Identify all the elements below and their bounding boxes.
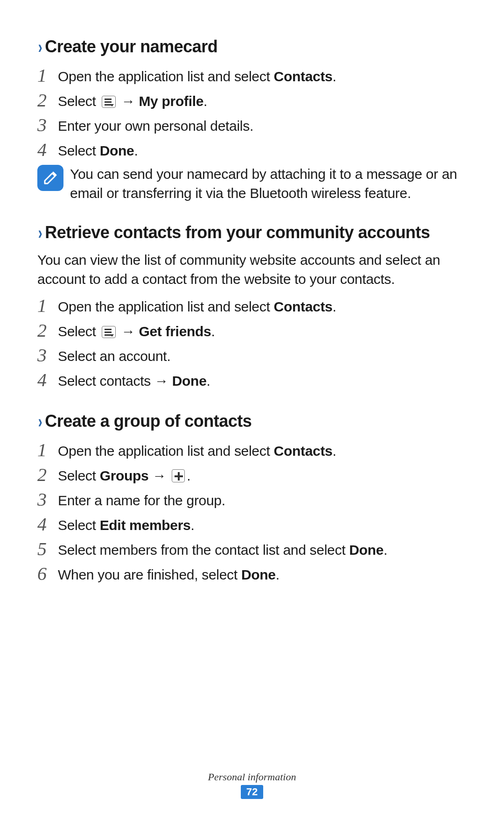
step-text: → bbox=[118, 93, 139, 109]
section-heading-retrieve: ›Retrieve contacts from your community a… bbox=[37, 222, 467, 242]
step-number: 1 bbox=[37, 65, 58, 86]
steps-namecard: 1Open the application list and select Co… bbox=[37, 65, 467, 161]
step-text: Select members from the contact list and… bbox=[58, 542, 349, 558]
step-number: 1 bbox=[37, 439, 58, 461]
step-row: 5Select members from the contact list an… bbox=[37, 538, 467, 560]
step-number: 4 bbox=[37, 369, 58, 391]
step-bold: Groups bbox=[100, 468, 149, 483]
step-text: . bbox=[384, 542, 387, 558]
step-text: When you are finished, select bbox=[58, 567, 241, 582]
chevron-icon: › bbox=[38, 223, 42, 243]
step-row: 4Select Edit members. bbox=[37, 514, 467, 536]
chevron-icon: › bbox=[38, 412, 42, 432]
step-text: Select bbox=[58, 468, 100, 483]
step-row: 2Select → My profile. bbox=[37, 90, 467, 112]
step-bold: Contacts bbox=[274, 299, 333, 314]
step-body: Open the application list and select Con… bbox=[58, 65, 467, 87]
section-intro: You can view the list of community websi… bbox=[37, 251, 467, 289]
step-bold: Contacts bbox=[274, 443, 333, 459]
step-row: 4Select contacts → Done. bbox=[37, 369, 467, 391]
note-row: You can send your namecard by attaching … bbox=[37, 165, 467, 203]
step-number: 4 bbox=[37, 514, 58, 535]
chevron-icon: › bbox=[38, 37, 42, 57]
step-number: 3 bbox=[37, 345, 58, 366]
step-body: Select members from the contact list and… bbox=[58, 538, 467, 560]
step-number: 2 bbox=[37, 320, 58, 341]
step-text: Open the application list and select bbox=[58, 443, 274, 459]
step-row: 4Select Done. bbox=[37, 139, 467, 161]
step-body: Select Groups → . bbox=[58, 464, 467, 486]
step-text: Enter a name for the group. bbox=[58, 493, 225, 508]
step-body: Enter a name for the group. bbox=[58, 489, 467, 511]
step-bold: Done bbox=[172, 373, 207, 389]
section-heading-namecard: ›Create your namecard bbox=[37, 36, 467, 57]
step-text: Open the application list and select bbox=[58, 299, 274, 314]
step-body: Open the application list and select Con… bbox=[58, 295, 467, 317]
plus-icon bbox=[172, 469, 185, 482]
step-text: . bbox=[211, 324, 215, 339]
step-bold: Contacts bbox=[274, 69, 333, 84]
heading-text: Retrieve contacts from your community ac… bbox=[45, 223, 430, 242]
step-text: Select bbox=[58, 93, 100, 109]
step-row: 6When you are finished, select Done. bbox=[37, 563, 467, 585]
step-text: . bbox=[332, 69, 336, 84]
page-number: 72 bbox=[241, 785, 263, 799]
step-row: 1Open the application list and select Co… bbox=[37, 295, 467, 317]
step-text: . bbox=[187, 468, 190, 483]
step-number: 5 bbox=[37, 538, 58, 560]
step-text: Select bbox=[58, 143, 100, 158]
step-text: Open the application list and select bbox=[58, 69, 274, 84]
step-bold: Edit members bbox=[100, 517, 191, 533]
step-body: Select → Get friends. bbox=[58, 320, 467, 342]
step-number: 3 bbox=[37, 114, 58, 136]
step-text: → bbox=[118, 324, 139, 339]
step-row: 2Select Groups → . bbox=[37, 464, 467, 486]
step-bold: Get friends bbox=[139, 324, 211, 339]
step-body: Select an account. bbox=[58, 345, 467, 367]
menu-icon bbox=[102, 96, 116, 108]
steps-retrieve: 1Open the application list and select Co… bbox=[37, 295, 467, 391]
heading-text: Create your namecard bbox=[45, 37, 217, 56]
step-body: Select contacts → Done. bbox=[58, 369, 467, 391]
step-row: 3Enter a name for the group. bbox=[37, 489, 467, 511]
step-body: When you are finished, select Done. bbox=[58, 563, 467, 585]
step-text: . bbox=[190, 517, 194, 533]
step-number: 2 bbox=[37, 90, 58, 111]
heading-text: Create a group of contacts bbox=[45, 411, 252, 431]
step-text: . bbox=[207, 373, 210, 389]
step-text: . bbox=[276, 567, 280, 582]
step-number: 1 bbox=[37, 295, 58, 317]
step-body: Open the application list and select Con… bbox=[58, 439, 467, 461]
steps-group: 1Open the application list and select Co… bbox=[37, 439, 467, 585]
step-number: 2 bbox=[37, 464, 58, 486]
step-number: 3 bbox=[37, 489, 58, 510]
step-number: 6 bbox=[37, 563, 58, 585]
step-body: Select → My profile. bbox=[58, 90, 467, 112]
step-bold: Done bbox=[100, 143, 134, 158]
step-text: → bbox=[149, 468, 170, 483]
note-text: You can send your namecard by attaching … bbox=[70, 165, 467, 203]
step-row: 3Enter your own personal details. bbox=[37, 114, 467, 136]
step-text: Select an account. bbox=[58, 348, 170, 364]
step-text: Select bbox=[58, 324, 100, 339]
step-body: Select Edit members. bbox=[58, 514, 467, 536]
step-body: Enter your own personal details. bbox=[58, 114, 467, 136]
step-bold: Done bbox=[241, 567, 276, 582]
step-row: 1Open the application list and select Co… bbox=[37, 65, 467, 87]
page-footer: Personal information 72 bbox=[0, 771, 504, 799]
menu-icon bbox=[102, 326, 116, 338]
footer-label: Personal information bbox=[0, 771, 504, 783]
step-row: 3Select an account. bbox=[37, 345, 467, 367]
section-heading-group: ›Create a group of contacts bbox=[37, 411, 467, 431]
step-row: 1Open the application list and select Co… bbox=[37, 439, 467, 461]
step-body: Select Done. bbox=[58, 139, 467, 161]
step-bold: My profile bbox=[139, 93, 203, 109]
step-text: Select contacts → bbox=[58, 373, 172, 389]
note-icon bbox=[37, 165, 63, 191]
step-text: Enter your own personal details. bbox=[58, 118, 253, 134]
step-text: . bbox=[134, 143, 138, 158]
step-text: . bbox=[203, 93, 207, 109]
step-text: . bbox=[332, 299, 336, 314]
step-row: 2Select → Get friends. bbox=[37, 320, 467, 342]
step-text: . bbox=[332, 443, 336, 459]
